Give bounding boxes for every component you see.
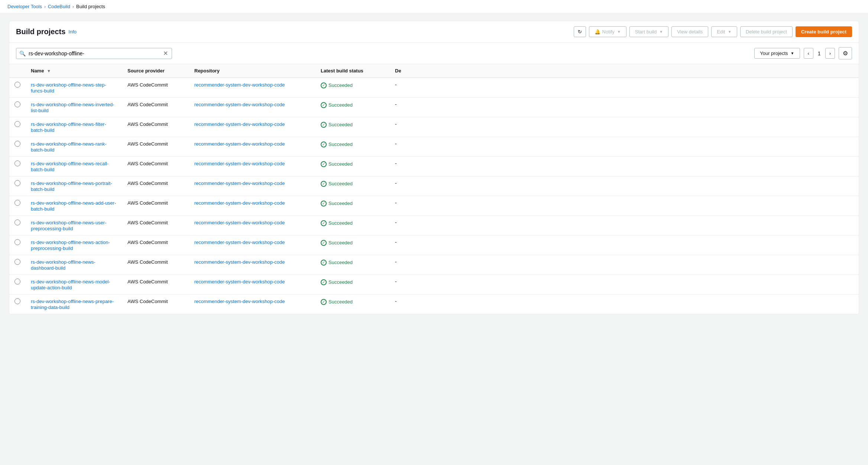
repo-link-8[interactable]: recommender-system-dev-workshop-code [194, 240, 285, 245]
filter-button[interactable]: Your projects ▼ [754, 48, 800, 59]
project-link-3[interactable]: rs-dev-workshop-offline-news-rank-batch-… [31, 141, 107, 153]
row-repo-cell: recommender-system-dev-workshop-code [189, 295, 315, 314]
row-name-cell: rs-dev-workshop-offline-news-rank-batch-… [26, 137, 122, 157]
table-row: rs-dev-workshop-offline-news-add-user-ba… [9, 196, 859, 216]
desc-dash-5: - [395, 180, 397, 186]
delete-button[interactable]: Delete build project [740, 26, 793, 37]
repo-link-1[interactable]: recommender-system-dev-workshop-code [194, 102, 285, 107]
row-select-cell [9, 157, 26, 176]
project-link-7[interactable]: rs-dev-workshop-offline-news-user-prepro… [31, 220, 107, 231]
notify-button[interactable]: 🔔 Notify ▼ [589, 26, 626, 37]
row-radio-10[interactable] [14, 279, 20, 284]
row-desc-cell: - [390, 255, 859, 275]
row-radio-1[interactable] [14, 101, 20, 107]
repo-link-10[interactable]: recommender-system-dev-workshop-code [194, 279, 285, 284]
source-provider-3: AWS CodeCommit [127, 141, 168, 147]
search-clear-button[interactable]: ✕ [162, 50, 169, 57]
page-number: 1 [815, 49, 824, 58]
row-radio-4[interactable] [14, 160, 20, 166]
toolbar-right: Your projects ▼ ‹ 1 › ⚙ [754, 47, 852, 59]
table-row: rs-dev-workshop-offline-news-recall-batc… [9, 157, 859, 176]
row-status-cell: ✓ Succeeded [315, 216, 390, 235]
desc-dash-4: - [395, 160, 397, 166]
panel-header: Build projects Info ↻ 🔔 Notify ▼ Start b… [9, 21, 859, 43]
desc-dash-2: - [395, 121, 397, 127]
start-build-button[interactable]: Start build ▼ [629, 26, 668, 37]
status-icon-5: ✓ [321, 181, 327, 187]
row-radio-11[interactable] [14, 298, 20, 304]
project-link-10[interactable]: rs-dev-workshop-offline-news-model-updat… [31, 279, 110, 290]
row-radio-7[interactable] [14, 220, 20, 225]
project-link-1[interactable]: rs-dev-workshop-offline-news-inverted-li… [31, 102, 114, 113]
refresh-button[interactable]: ↻ [574, 26, 586, 37]
search-input[interactable] [27, 48, 162, 59]
row-source-cell: AWS CodeCommit [122, 216, 189, 235]
row-source-cell: AWS CodeCommit [122, 196, 189, 216]
source-provider-6: AWS CodeCommit [127, 200, 168, 206]
row-desc-cell: - [390, 275, 859, 295]
row-select-cell [9, 295, 26, 314]
create-build-project-button[interactable]: Create build project [796, 26, 852, 37]
prev-page-button[interactable]: ‹ [804, 48, 813, 59]
view-details-button[interactable]: View details [671, 26, 708, 37]
row-source-cell: AWS CodeCommit [122, 295, 189, 314]
project-link-11[interactable]: rs-dev-workshop-offline-news-prepare-tra… [31, 299, 114, 310]
row-radio-3[interactable] [14, 141, 20, 147]
row-name-cell: rs-dev-workshop-offline-news-step-funcs-… [26, 78, 122, 98]
project-link-2[interactable]: rs-dev-workshop-offline-news-filter-batc… [31, 121, 106, 133]
breadcrumb-codebuild[interactable]: CodeBuild [48, 4, 70, 9]
breadcrumb-developer-tools[interactable]: Developer Tools [7, 4, 42, 9]
col-header-name[interactable]: Name ▼ [26, 64, 122, 78]
repo-link-6[interactable]: recommender-system-dev-workshop-code [194, 200, 285, 206]
project-link-8[interactable]: rs-dev-workshop-offline-news-action-prep… [31, 240, 110, 251]
repo-link-7[interactable]: recommender-system-dev-workshop-code [194, 220, 285, 225]
row-radio-9[interactable] [14, 259, 20, 265]
row-radio-6[interactable] [14, 200, 20, 206]
row-repo-cell: recommender-system-dev-workshop-code [189, 275, 315, 295]
row-repo-cell: recommender-system-dev-workshop-code [189, 255, 315, 275]
status-label-0: Succeeded [328, 82, 353, 88]
status-label-3: Succeeded [328, 142, 353, 147]
main-content: Build projects Info ↻ 🔔 Notify ▼ Start b… [0, 13, 868, 322]
status-icon-4: ✓ [321, 161, 327, 167]
row-radio-8[interactable] [14, 239, 20, 245]
repo-link-0[interactable]: recommender-system-dev-workshop-code [194, 82, 285, 88]
desc-dash-0: - [395, 82, 397, 88]
repo-link-3[interactable]: recommender-system-dev-workshop-code [194, 141, 285, 147]
edit-button[interactable]: Edit ▼ [711, 26, 737, 37]
project-link-9[interactable]: rs-dev-workshop-offline-news-dashboard-b… [31, 259, 95, 271]
notify-dropdown-icon: ▼ [617, 30, 621, 34]
filter-label: Your projects [760, 51, 788, 56]
settings-button[interactable]: ⚙ [839, 47, 852, 59]
repo-link-11[interactable]: recommender-system-dev-workshop-code [194, 299, 285, 304]
desc-dash-10: - [395, 279, 397, 284]
info-link[interactable]: Info [68, 29, 77, 35]
table-row: rs-dev-workshop-offline-news-action-prep… [9, 235, 859, 255]
row-repo-cell: recommender-system-dev-workshop-code [189, 78, 315, 98]
repo-link-9[interactable]: recommender-system-dev-workshop-code [194, 259, 285, 265]
toolbar: 🔍 ✕ Your projects ▼ ‹ 1 › ⚙ [9, 43, 859, 64]
project-link-0[interactable]: rs-dev-workshop-offline-news-step-funcs-… [31, 82, 106, 94]
project-link-4[interactable]: rs-dev-workshop-offline-news-recall-batc… [31, 161, 108, 172]
project-link-6[interactable]: rs-dev-workshop-offline-news-add-user-ba… [31, 200, 116, 212]
repo-link-4[interactable]: recommender-system-dev-workshop-code [194, 161, 285, 166]
project-link-5[interactable]: rs-dev-workshop-offline-news-portrait-ba… [31, 181, 112, 192]
repo-link-2[interactable]: recommender-system-dev-workshop-code [194, 121, 285, 127]
repo-link-5[interactable]: recommender-system-dev-workshop-code [194, 181, 285, 186]
desc-dash-7: - [395, 220, 397, 225]
row-radio-5[interactable] [14, 180, 20, 186]
row-desc-cell: - [390, 78, 859, 98]
row-repo-cell: recommender-system-dev-workshop-code [189, 176, 315, 196]
status-label-9: Succeeded [328, 260, 353, 265]
search-icon: 🔍 [19, 51, 26, 56]
row-name-cell: rs-dev-workshop-offline-news-action-prep… [26, 235, 122, 255]
row-radio-0[interactable] [14, 82, 20, 88]
start-build-label: Start build [635, 29, 657, 35]
table-row: rs-dev-workshop-offline-news-user-prepro… [9, 216, 859, 235]
status-badge-8: ✓ Succeeded [321, 240, 353, 246]
next-page-button[interactable]: › [825, 48, 835, 59]
row-status-cell: ✓ Succeeded [315, 196, 390, 216]
edit-label: Edit [717, 29, 725, 35]
filter-dropdown-icon: ▼ [791, 51, 794, 55]
row-radio-2[interactable] [14, 121, 20, 127]
